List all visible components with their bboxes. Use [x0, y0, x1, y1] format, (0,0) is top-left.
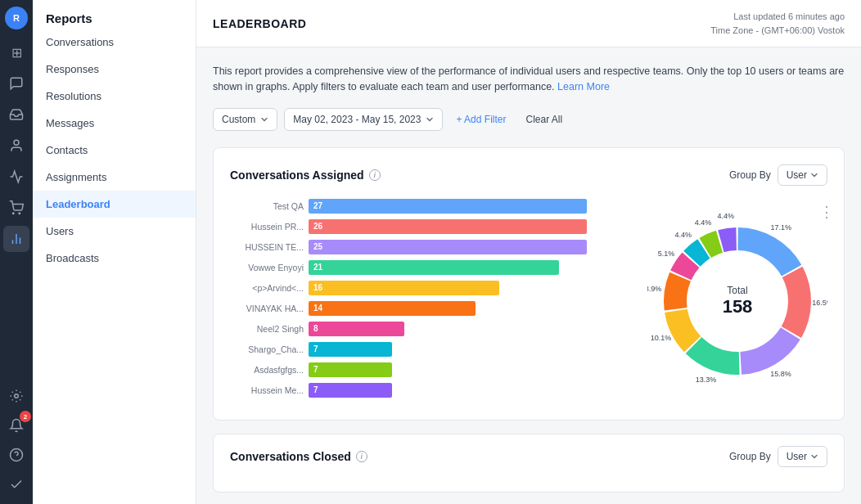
sidebar-title: Reports [33, 0, 196, 29]
svg-text:4.4%: 4.4% [695, 218, 712, 227]
filter-bar: Custom May 02, 2023 - May 15, 2023 + Add… [213, 108, 845, 131]
page-title: LEADERBOARD [213, 17, 306, 30]
svg-text:13.3%: 13.3% [696, 375, 717, 383]
bar-container: 7 [309, 362, 631, 377]
svg-text:16.5%: 16.5% [812, 298, 827, 306]
svg-text:4.4%: 4.4% [674, 231, 692, 239]
svg-text:17.1%: 17.1% [770, 223, 791, 232]
svg-text:10.1%: 10.1% [651, 334, 672, 342]
bar-chart: Test QA27Hussein PR...26HUSSEIN TE...25V… [230, 199, 631, 403]
sidebar-item-resolutions[interactable]: Resolutions [33, 83, 196, 110]
bar-row: Asdasfgfgs...7 [230, 362, 631, 377]
teams-icon[interactable] [3, 195, 29, 221]
bar-row: Hussein Me...7 [230, 383, 631, 398]
clear-all-button[interactable]: Clear All [519, 109, 569, 130]
date-range-select[interactable]: May 02, 2023 - May 15, 2023 [284, 108, 443, 131]
donut-chart: 17.1%16.5%15.8%13.3%10.1%8.9%5.1%4.4%4.4… [647, 211, 827, 391]
svg-point-0 [14, 140, 19, 145]
bar-label: Hussein Me... [230, 385, 304, 395]
bar-label: Shargo_Cha... [230, 344, 304, 354]
chat-icon[interactable] [3, 70, 29, 97]
bar-label: Test QA [230, 201, 304, 211]
add-filter-button[interactable]: + Add Filter [449, 109, 512, 130]
bar-row: <p>Arvind<...16 [230, 281, 631, 295]
closed-group-by: Group By User [729, 446, 827, 467]
closed-group-by-select[interactable]: User [778, 446, 827, 467]
contacts-icon[interactable] [3, 133, 29, 159]
settings-icon[interactable] [3, 383, 29, 409]
sidebar-item-conversations[interactable]: Conversations [33, 29, 196, 56]
last-updated: Last updated 6 minutes ago [710, 10, 845, 24]
bar-container: 26 [309, 219, 631, 234]
bar: 7 [309, 383, 392, 398]
checklist-icon[interactable] [3, 471, 29, 497]
bar-container: 27 [309, 199, 631, 214]
chart-body: Test QA27Hussein PR...26HUSSEIN TE...25V… [230, 199, 827, 403]
bar-label: <p>Arvind<... [230, 283, 304, 293]
bar-container: 7 [309, 383, 631, 398]
bar: 8 [309, 322, 404, 336]
content-area: This report provides a comprehensive vie… [196, 47, 861, 504]
bar: 25 [309, 240, 587, 254]
bar-row: Shargo_Cha...7 [230, 342, 631, 357]
svg-text:15.8%: 15.8% [770, 369, 791, 377]
learn-more-link[interactable]: Learn More [557, 81, 610, 92]
sidebar-item-broadcasts[interactable]: Broadcasts [33, 245, 196, 272]
bar-label: Vowwe Enyoyi [230, 263, 304, 272]
notifications-icon[interactable]: 2 [3, 412, 29, 439]
bar: 14 [309, 301, 476, 316]
bar-label: Asdasfgfgs... [230, 365, 304, 375]
bar-container: 21 [309, 260, 631, 275]
bar-label: HUSSEIN TE... [230, 242, 304, 252]
bar: 26 [309, 219, 587, 234]
svg-point-1 [19, 213, 20, 214]
sidebar-item-responses[interactable]: Responses [33, 56, 196, 83]
bar-label: VINAYAK HA... [230, 304, 304, 313]
bar-container: 14 [309, 301, 631, 316]
icon-rail: R ⊞ 2 [0, 0, 33, 504]
bar-row: VINAYAK HA...14 [230, 301, 631, 316]
chart-title: Conversations Assigned i [230, 169, 381, 182]
bar: 21 [309, 260, 559, 275]
sidebar-item-users[interactable]: Users [33, 218, 196, 245]
bar-label: Hussein PR... [230, 222, 304, 232]
header-meta: Last updated 6 minutes ago Time Zone - (… [710, 10, 845, 37]
svg-point-2 [13, 213, 15, 214]
bar: 27 [309, 199, 587, 214]
sidebar: Reports Conversations Responses Resoluti… [33, 0, 196, 504]
reports-icon[interactable] [3, 226, 29, 252]
campaigns-icon[interactable] [3, 164, 29, 190]
bar-container: 7 [309, 342, 631, 357]
svg-text:8.9%: 8.9% [647, 284, 661, 292]
sidebar-item-messages[interactable]: Messages [33, 110, 196, 137]
timezone: Time Zone - (GMT+06:00) Vostok [710, 24, 845, 38]
conversations-closed-card: Conversations Closed i Group By User [213, 434, 845, 493]
group-by: Group By User [729, 164, 827, 186]
help-icon[interactable] [3, 442, 29, 468]
group-by-select[interactable]: User [778, 164, 827, 186]
page-header: LEADERBOARD Last updated 6 minutes ago T… [196, 0, 861, 47]
main-content: LEADERBOARD Last updated 6 minutes ago T… [196, 0, 861, 504]
home-icon[interactable]: ⊞ [3, 39, 29, 65]
conversations-assigned-card: Conversations Assigned i Group By User [213, 147, 845, 421]
bar: 7 [309, 362, 392, 377]
notification-count: 2 [20, 411, 31, 422]
chart-top-right: Group By User [729, 164, 827, 186]
chart-header: Conversations Assigned i Group By User [230, 164, 827, 186]
info-icon: i [369, 169, 381, 181]
date-range-type-select[interactable]: Custom [213, 108, 277, 131]
bar-container: 16 [309, 281, 631, 295]
bar-row: Test QA27 [230, 199, 631, 214]
sidebar-item-assignments[interactable]: Assignments [33, 164, 196, 191]
sidebar-item-leaderboard[interactable]: Leaderboard [33, 191, 196, 218]
avatar[interactable]: R [5, 7, 28, 29]
bar: 16 [309, 281, 499, 295]
bar-row: HUSSEIN TE...25 [230, 240, 631, 254]
report-description: This report provides a comprehensive vie… [213, 64, 845, 95]
inbox-icon[interactable] [3, 101, 29, 128]
closed-chart-title: Conversations Closed i [230, 450, 367, 463]
sidebar-item-contacts[interactable]: Contacts [33, 137, 196, 164]
closed-chart-header: Conversations Closed i Group By User [230, 446, 827, 467]
bar-container: 8 [309, 322, 631, 336]
bar-container: 25 [309, 240, 631, 254]
